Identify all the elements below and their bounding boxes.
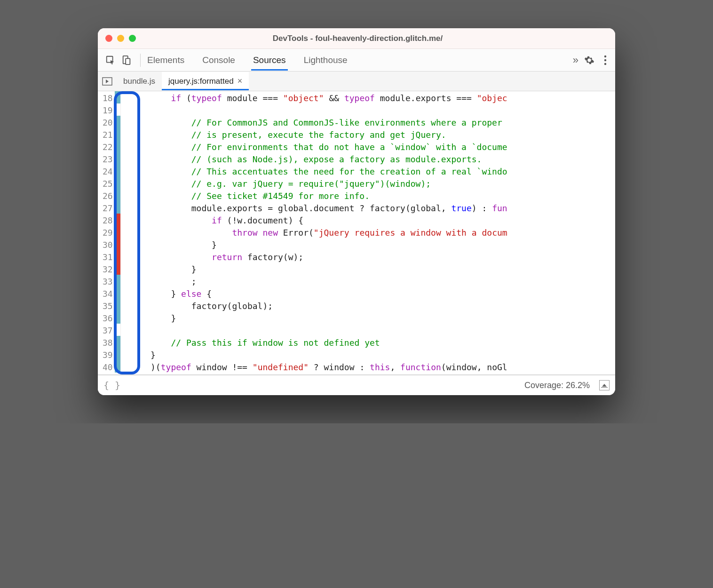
code-line[interactable]: ; [130,276,615,288]
line-number[interactable]: 26 [103,190,113,202]
code-content[interactable]: if (typeof module === "object" && typeof… [121,91,615,374]
code-line[interactable]: } [130,349,615,361]
device-toolbar-icon[interactable] [121,55,132,65]
code-line[interactable] [130,325,615,337]
svg-rect-7 [601,387,608,388]
coverage-marker [115,238,120,250]
coverage-marker [115,262,120,275]
file-tab-label: jquery.js:formatted [168,77,234,86]
coverage-marker [115,152,120,165]
line-numbers: 1819202122232425262728293031323334353637… [98,91,115,374]
coverage-marker [115,140,120,152]
line-number[interactable]: 36 [103,312,113,325]
panel-tabs: ElementsConsoleSourcesLighthouse [145,50,567,70]
line-number[interactable]: 23 [103,153,113,166]
coverage-marker [115,116,120,128]
titlebar: DevTools - foul-heavenly-direction.glitc… [98,28,615,49]
coverage-marker [115,128,120,140]
panel-tab-lighthouse[interactable]: Lighthouse [302,50,349,70]
line-number[interactable]: 29 [103,227,113,239]
line-number[interactable]: 25 [103,178,113,190]
more-options-icon[interactable] [604,55,607,65]
coverage-marker [115,250,120,262]
line-number[interactable]: 39 [103,349,113,361]
drawer-toggle-icon[interactable] [599,380,610,390]
more-tabs-icon[interactable]: » [567,54,584,66]
line-number[interactable]: 18 [103,92,113,104]
coverage-marker [115,214,120,226]
code-line[interactable]: } [130,239,615,251]
file-tab-label: bundle.js [123,77,155,86]
coverage-marker [115,177,120,189]
code-line[interactable]: // is present, execute the factory and g… [130,129,615,141]
maximize-window-button[interactable] [129,35,136,42]
line-number[interactable]: 19 [103,104,113,117]
coverage-marker [115,201,120,214]
line-number[interactable]: 34 [103,288,113,300]
file-tab[interactable]: bundle.js [117,72,162,90]
coverage-gutter [115,91,120,374]
coverage-marker [115,275,120,287]
source-editor[interactable]: 1819202122232425262728293031323334353637… [98,91,615,374]
coverage-status: Coverage: 26.2% [524,381,590,390]
coverage-marker [115,287,120,299]
coverage-marker [115,311,120,324]
file-tab[interactable]: jquery.js:formatted× [162,72,249,90]
code-line[interactable]: // For environments that do not have a `… [130,141,615,153]
code-line[interactable]: // This accentuates the need for the cre… [130,166,615,178]
code-line[interactable]: if (!w.document) { [130,215,615,227]
coverage-marker [115,324,120,336]
panel-tab-console[interactable]: Console [200,50,237,70]
close-window-button[interactable] [105,35,112,42]
svg-point-4 [604,59,606,61]
code-line[interactable] [130,104,615,117]
minimize-window-button[interactable] [117,35,124,42]
code-line[interactable]: // For CommonJS and CommonJS-like enviro… [130,117,615,129]
code-line[interactable]: // e.g. var jQuery = require("jquery")(w… [130,178,615,190]
line-number[interactable]: 37 [103,325,113,337]
close-icon[interactable]: × [238,76,243,86]
line-number[interactable]: 28 [103,215,113,227]
panel-tab-elements[interactable]: Elements [145,50,186,70]
code-line[interactable]: } [130,263,615,276]
line-number[interactable]: 38 [103,337,113,349]
code-line[interactable]: module.exports = global.document ? facto… [130,202,615,215]
window-title: DevTools - foul-heavenly-direction.glitc… [136,34,579,43]
inspect-element-icon[interactable] [105,55,116,65]
line-number[interactable]: 40 [103,361,113,373]
svg-point-3 [604,55,606,57]
statusbar: { } Coverage: 26.2% [98,374,615,395]
line-number[interactable]: 35 [103,300,113,312]
settings-icon[interactable] [584,55,594,65]
code-line[interactable]: } [130,312,615,325]
coverage-marker [115,336,120,348]
code-line[interactable]: } else { [130,288,615,300]
line-number[interactable]: 20 [103,117,113,129]
code-line[interactable]: // See ticket #14549 for more info. [130,190,615,202]
line-number[interactable]: 27 [103,202,113,215]
line-number[interactable]: 21 [103,129,113,141]
main-toolbar: ElementsConsoleSourcesLighthouse » [98,49,615,72]
debugger-navigator-icon[interactable] [98,77,117,86]
sources-toolbar: bundle.jsjquery.js:formatted× [98,72,615,91]
pretty-print-icon[interactable]: { } [103,380,120,391]
line-number[interactable]: 31 [103,251,113,263]
line-number[interactable]: 22 [103,141,113,153]
coverage-marker [115,189,120,201]
devtools-window: DevTools - foul-heavenly-direction.glitc… [98,28,615,395]
code-line[interactable]: // Pass this if window is not defined ye… [130,337,615,349]
code-line[interactable]: throw new Error("jQuery requires a windo… [130,227,615,239]
code-line[interactable]: )(typeof window !== "undefined" ? window… [130,361,615,373]
code-line[interactable]: factory(global); [130,300,615,312]
line-number[interactable]: 24 [103,166,113,178]
line-number[interactable]: 33 [103,276,113,288]
code-line[interactable]: // (such as Node.js), expose a factory a… [130,153,615,166]
window-controls [105,35,136,42]
line-number[interactable]: 32 [103,263,113,276]
line-number[interactable]: 30 [103,239,113,251]
coverage-marker [115,348,120,360]
code-line[interactable]: return factory(w); [130,251,615,263]
code-line[interactable]: if (typeof module === "object" && typeof… [130,92,615,104]
coverage-marker [115,299,120,311]
panel-tab-sources[interactable]: Sources [251,50,288,70]
